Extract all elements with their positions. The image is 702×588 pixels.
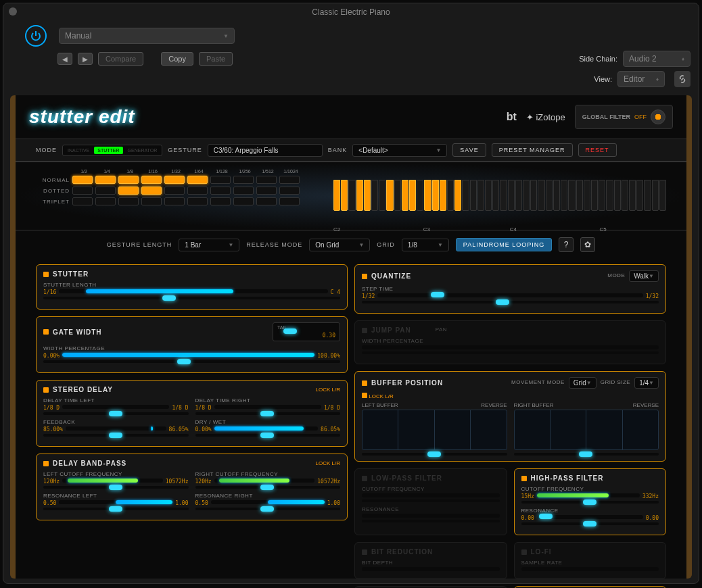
save-button[interactable]: SAVE	[452, 143, 486, 157]
grid-cell[interactable]	[141, 197, 162, 205]
left-buffer-display[interactable]	[362, 410, 507, 450]
sidechain-label: Side Chain:	[579, 55, 617, 63]
chevron-down-icon: ▼	[223, 33, 229, 39]
mode-selector[interactable]: INACTIVE STUTTER GENERATOR	[62, 145, 162, 156]
tail-slider[interactable]	[277, 330, 335, 333]
gesture-length-select[interactable]: 1 Bar▼	[179, 239, 239, 251]
grid-cell[interactable]	[95, 197, 116, 205]
buffer-panel: BUFFER POSITION MOVEMENT MODE Grid▼ GRID…	[354, 371, 666, 462]
mode-label: MODE	[36, 147, 57, 153]
brand-bt: bt	[507, 111, 517, 123]
bit-reduction-panel: BIT REDUCTIONBIT DEPTH	[354, 542, 507, 579]
grid-cell[interactable]	[72, 187, 93, 195]
grid-cell[interactable]	[72, 197, 93, 205]
bank-select[interactable]: <Default>▼	[352, 144, 447, 157]
gate-panel: GATE WIDTH TAIL0.30 WIDTH PERCENTAGE 0.0…	[36, 316, 348, 373]
reset-button[interactable]: RESET	[578, 143, 617, 157]
global-filter-knob[interactable]	[651, 109, 665, 124]
grid-size-select[interactable]: 1/4▼	[634, 377, 659, 389]
grid-cell[interactable]	[210, 187, 231, 195]
keyboard[interactable]: C2 C3 C4 C5	[333, 180, 666, 223]
grid-cell[interactable]	[164, 176, 185, 184]
link-button[interactable]	[674, 71, 691, 87]
preset-manager-button[interactable]: PRESET MANAGER	[492, 143, 573, 157]
view-dropdown[interactable]: Editor♦	[617, 71, 665, 87]
grid-cell[interactable]	[187, 176, 208, 184]
lpf-panel: LOW-PASS FILTER CUTOFF FREQUENCY RESONAN…	[354, 468, 507, 535]
grid-select[interactable]: 1/8▼	[402, 239, 449, 251]
power-button[interactable]	[25, 25, 47, 47]
copy-button[interactable]: Copy	[161, 52, 193, 66]
settings-button[interactable]: ✿	[580, 237, 595, 252]
right-buffer-display[interactable]	[514, 410, 659, 450]
help-button[interactable]: ?	[559, 237, 574, 252]
window-title: Classic Electric Piano	[3, 3, 699, 21]
stutter-panel: STUTTER STUTTER LENGTH 1/16C 4	[36, 264, 348, 310]
grid-cell[interactable]	[210, 197, 231, 205]
grid-cell[interactable]	[187, 197, 208, 205]
grid-cell[interactable]	[279, 197, 300, 205]
grid-cell[interactable]	[279, 176, 300, 184]
view-label: View:	[594, 75, 612, 83]
grid-cell[interactable]	[233, 197, 254, 205]
grid-cell[interactable]	[141, 187, 162, 195]
grid-cell[interactable]	[118, 197, 139, 205]
compare-button[interactable]: Compare	[98, 52, 143, 66]
grid-cell[interactable]	[187, 187, 208, 195]
grid-cell[interactable]	[118, 187, 139, 195]
delay-bandpass-panel: DELAY BAND-PASSLOCK L/R LEFT CUTOFF FREQ…	[36, 454, 348, 520]
sidechain-dropdown[interactable]: Audio 2♦	[623, 51, 691, 67]
stereo-delay-panel: STEREO DELAYLOCK L/R DELAY TIME LEFT 1/8…	[36, 380, 348, 447]
grid-cell[interactable]	[233, 187, 254, 195]
grid-cell[interactable]	[118, 176, 139, 184]
grid-cell[interactable]	[210, 176, 231, 184]
stutter-length-slider[interactable]	[59, 289, 327, 293]
quantize-mode-select[interactable]: Walk▼	[629, 270, 659, 282]
gesture-select[interactable]: C3/60: Arpeggio Falls	[208, 144, 323, 157]
grid-cell[interactable]	[141, 176, 162, 184]
grid-cell[interactable]	[95, 176, 116, 184]
close-icon[interactable]	[9, 7, 17, 16]
quantize-panel: QUANTIZE MODE Walk▼ STEP TIME 1/321/32	[354, 264, 666, 314]
lofi-panel: LO-FISAMPLE RATE	[514, 542, 667, 579]
grid-cell[interactable]	[164, 197, 185, 205]
movement-mode-select[interactable]: Grid▼	[569, 377, 596, 389]
grid-cell[interactable]	[233, 176, 254, 184]
preset-dropdown[interactable]: Manual▼	[59, 28, 235, 44]
palindrome-button[interactable]: PALINDROME LOOPING	[456, 238, 552, 251]
hpf-panel: HIGH-PASS FILTER CUTOFF FREQUENCY 15Hz33…	[514, 468, 667, 535]
gate-width-slider[interactable]	[62, 353, 314, 357]
plugin-logo: stutter edit	[29, 106, 135, 128]
grid-cell[interactable]	[256, 176, 277, 184]
brand-izotope: ✦ iZotope	[526, 112, 565, 122]
paste-button[interactable]: Paste	[199, 52, 233, 66]
next-button[interactable]: ▶	[78, 53, 93, 65]
grid-cell[interactable]	[256, 187, 277, 195]
grid-cell[interactable]	[95, 187, 116, 195]
prev-button[interactable]: ◀	[57, 53, 72, 65]
grid-cell[interactable]	[256, 197, 277, 205]
grid-cell[interactable]	[164, 187, 185, 195]
release-mode-select[interactable]: On Grid▼	[309, 239, 370, 251]
jump-pan-panel: JUMP PANPAN WIDTH PERCENTAGE	[354, 320, 666, 364]
bank-label: BANK	[328, 147, 348, 153]
grid-cell[interactable]	[72, 176, 93, 184]
grid-cell[interactable]	[279, 187, 300, 195]
gesture-label: GESTURE	[168, 147, 202, 153]
global-filter[interactable]: GLOBAL FILTER OFF	[575, 105, 673, 129]
